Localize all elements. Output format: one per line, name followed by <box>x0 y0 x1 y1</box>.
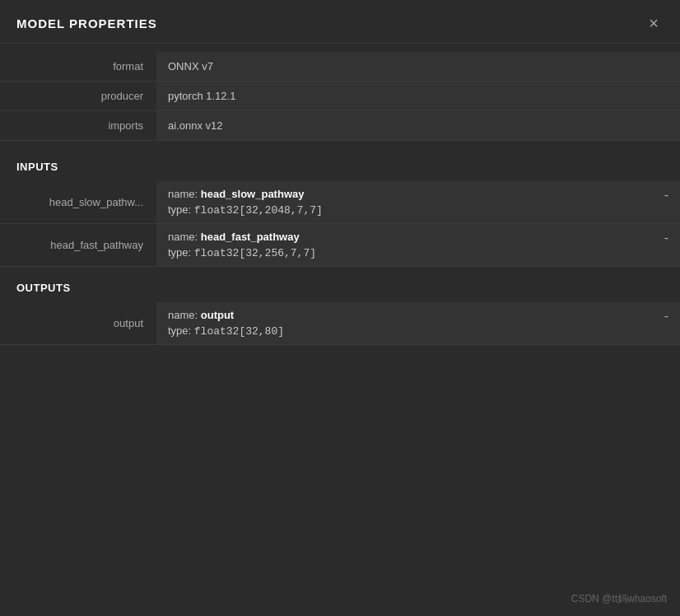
input-details-2: name: head_fast_pathway type: float32[32… <box>156 224 680 266</box>
output-info-1: name: output type: float32[32,80] <box>168 309 284 338</box>
close-button[interactable]: × <box>644 13 664 33</box>
output-row-1: output name: output type: float32[32,80] <box>0 302 680 345</box>
output-label-1: output <box>0 309 156 338</box>
collapse-icon-2[interactable]: - <box>656 231 668 245</box>
input-details-1: name: head_slow_pathway type: float32[32… <box>156 181 680 223</box>
outputs-section: OUTPUTS output name: output type: float3… <box>0 267 680 345</box>
input-name-1: name: head_slow_pathway <box>168 188 323 200</box>
input-details-collapse-1: name: head_slow_pathway type: float32[32… <box>168 188 668 217</box>
producer-label: producer <box>0 82 156 110</box>
format-value: ONNX v7 <box>156 52 680 81</box>
input-type-2: type: float32[32,256,7,7] <box>168 246 316 259</box>
format-row: format ONNX v7 <box>0 52 680 82</box>
input-details-collapse-2: name: head_fast_pathway type: float32[32… <box>168 231 668 259</box>
input-name-2: name: head_fast_pathway <box>168 231 316 243</box>
inputs-section: INPUTS head_slow_pathw... name: head_slo… <box>0 149 680 267</box>
outputs-section-header: OUTPUTS <box>0 270 680 302</box>
output-details-1: name: output type: float32[32,80] - <box>156 302 680 344</box>
output-details-collapse-1: name: output type: float32[32,80] - <box>168 309 668 338</box>
collapse-icon-1[interactable]: - <box>656 188 668 203</box>
input-label-1: head_slow_pathw... <box>0 188 156 217</box>
collapse-icon-output-1[interactable]: - <box>656 309 668 324</box>
input-row-1-header: head_slow_pathw... name: head_slow_pathw… <box>0 181 680 223</box>
producer-row: producer pytorch 1.12.1 <box>0 82 680 111</box>
input-row-2-header: head_fast_pathway name: head_fast_pathwa… <box>0 224 680 266</box>
output-name-1: name: output <box>168 309 284 321</box>
imports-value: ai.onnx v12 <box>156 111 680 140</box>
format-label: format <box>0 52 156 81</box>
input-info-1: name: head_slow_pathway type: float32[32… <box>168 188 323 217</box>
watermark: CSDN @tt妈whaosoft <box>571 592 667 606</box>
output-row-1-header: output name: output type: float32[32,80] <box>0 302 680 344</box>
dialog-header: MODEL PROPERTIES × <box>0 0 680 44</box>
imports-row: imports ai.onnx v12 <box>0 111 680 141</box>
input-label-2: head_fast_pathway <box>0 231 156 259</box>
input-info-2: name: head_fast_pathway type: float32[32… <box>168 231 316 259</box>
inputs-section-header: INPUTS <box>0 149 680 181</box>
dialog-title: MODEL PROPERTIES <box>16 16 157 30</box>
input-row-1: head_slow_pathw... name: head_slow_pathw… <box>0 181 680 224</box>
output-type-1: type: float32[32,80] <box>168 324 284 338</box>
model-properties-dialog: MODEL PROPERTIES × format ONNX v7 produc… <box>0 0 680 616</box>
producer-value: pytorch 1.12.1 <box>156 82 680 110</box>
input-row-2: head_fast_pathway name: head_fast_pathwa… <box>0 224 680 267</box>
input-type-1: type: float32[32,2048,7,7] <box>168 203 323 217</box>
imports-label: imports <box>0 111 156 140</box>
properties-section: format ONNX v7 producer pytorch 1.12.1 i… <box>0 44 680 149</box>
